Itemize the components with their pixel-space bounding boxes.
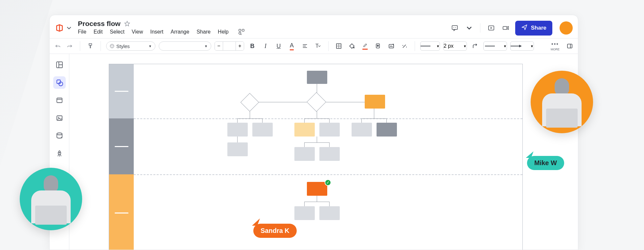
menu-arrange[interactable]: Arrange — [171, 29, 189, 36]
connector[interactable] — [304, 142, 329, 143]
flow-shape[interactable] — [227, 142, 248, 156]
chevron-down-icon[interactable] — [464, 23, 474, 33]
document-title[interactable]: Process flow — [78, 20, 121, 28]
chevron-down-icon: ▼ — [149, 44, 152, 48]
flow-shape[interactable] — [377, 123, 397, 137]
connector[interactable] — [237, 118, 238, 123]
connector[interactable] — [317, 137, 317, 142]
styles-select[interactable]: Styles ▼ — [106, 41, 155, 51]
size-decrease-button[interactable]: − — [215, 42, 223, 50]
lane-header-1[interactable] — [109, 64, 134, 118]
menu-insert[interactable]: Insert — [150, 29, 163, 36]
line-width-select[interactable]: 2 px ▼ — [443, 41, 467, 51]
flow-shape[interactable] — [319, 123, 340, 137]
lane-header-3[interactable] — [109, 174, 134, 250]
connector[interactable] — [262, 118, 263, 123]
menu-share[interactable]: Share — [196, 29, 211, 36]
bold-icon[interactable]: B — [247, 41, 257, 51]
text-color-icon[interactable]: A — [287, 41, 297, 51]
toolbar-divider — [415, 41, 415, 51]
rail-panels-icon[interactable] — [53, 59, 66, 71]
toolbar-divider — [80, 41, 80, 51]
menu-view[interactable]: View — [132, 29, 143, 36]
shape-icon[interactable] — [334, 41, 344, 51]
connector[interactable] — [304, 118, 329, 119]
video-icon[interactable] — [501, 23, 511, 33]
canvas[interactable]: ✓ Sandra K Mike W — [69, 54, 578, 250]
text-format-icon[interactable]: T — [313, 41, 323, 51]
font-size-stepper: − + — [215, 41, 244, 51]
flow-shape[interactable] — [294, 123, 315, 137]
font-select[interactable]: ▼ — [159, 41, 211, 51]
flow-shape-selected[interactable] — [307, 182, 327, 196]
line-style-select[interactable]: ▼ — [420, 41, 440, 51]
lane-handle-icon — [115, 91, 128, 92]
avatar[interactable] — [560, 21, 573, 35]
svg-point-26 — [59, 82, 63, 86]
connector[interactable] — [329, 202, 330, 206]
present-icon[interactable] — [486, 23, 496, 33]
line-start-select[interactable]: ▼ — [483, 41, 507, 51]
chevron-down-icon: ▼ — [463, 44, 467, 48]
search-icon[interactable] — [239, 29, 244, 36]
flow-shape[interactable] — [294, 147, 315, 161]
italic-icon[interactable]: I — [261, 41, 270, 51]
connector[interactable] — [304, 202, 305, 206]
border-color-icon[interactable] — [360, 41, 370, 51]
format-painter-icon[interactable] — [85, 41, 95, 51]
flow-shape[interactable] — [352, 123, 372, 137]
lane-header-2[interactable] — [109, 118, 134, 174]
connector[interactable] — [361, 118, 386, 119]
undo-icon[interactable] — [53, 41, 63, 51]
more-button[interactable]: ••• MORE — [551, 41, 560, 51]
font-size-value[interactable] — [223, 42, 236, 50]
comment-icon[interactable] — [450, 23, 460, 33]
rail-rocket-icon[interactable] — [53, 147, 66, 160]
fill-icon[interactable] — [347, 41, 357, 51]
star-icon[interactable] — [124, 20, 130, 27]
connector[interactable] — [329, 118, 330, 123]
align-icon[interactable] — [300, 41, 310, 51]
connector[interactable] — [237, 118, 262, 119]
flow-decision[interactable] — [307, 92, 326, 112]
flow-decision[interactable] — [241, 93, 259, 112]
line-end-select[interactable]: ▼ — [510, 41, 534, 51]
flow-shape[interactable] — [307, 71, 327, 84]
underline-icon[interactable]: U — [274, 41, 284, 51]
image-replace-icon[interactable] — [386, 41, 396, 51]
flow-shape[interactable] — [294, 206, 315, 220]
rail-shapes-icon[interactable] — [53, 76, 66, 89]
connector[interactable] — [237, 137, 238, 142]
magic-icon[interactable] — [400, 41, 409, 51]
connector[interactable] — [317, 196, 317, 202]
logo-menu-chevron-icon[interactable] — [66, 23, 72, 33]
flow-shape[interactable] — [319, 147, 340, 161]
connector[interactable] — [304, 202, 329, 202]
line-width-value: 2 px — [444, 43, 453, 49]
shadow-icon[interactable] — [373, 41, 383, 51]
flow-shape[interactable] — [252, 123, 273, 137]
flow-shape[interactable] — [365, 95, 385, 109]
connector[interactable] — [304, 118, 305, 123]
menu-file[interactable]: File — [78, 29, 86, 36]
flow-shape[interactable] — [227, 123, 248, 137]
swimlane-container[interactable]: ✓ — [109, 64, 523, 250]
connector[interactable] — [304, 142, 305, 147]
connector[interactable] — [329, 142, 330, 147]
rail-data-icon[interactable] — [53, 130, 66, 142]
connector[interactable] — [361, 118, 362, 123]
connector[interactable] — [386, 118, 387, 123]
svg-point-11 — [112, 46, 112, 47]
lane-handle-icon — [115, 213, 128, 213]
connector-type-icon[interactable] — [470, 41, 480, 51]
size-increase-button[interactable]: + — [236, 42, 244, 50]
rail-card-icon[interactable] — [53, 94, 66, 107]
rail-image-icon[interactable] — [53, 112, 66, 124]
flow-shape[interactable] — [319, 206, 340, 220]
panel-toggle-icon[interactable] — [565, 41, 575, 51]
share-button[interactable]: Share — [515, 21, 552, 36]
menu-help[interactable]: Help — [218, 29, 229, 36]
menu-edit[interactable]: Edit — [94, 29, 103, 36]
redo-icon[interactable] — [65, 41, 75, 51]
menu-select[interactable]: Select — [110, 29, 124, 36]
